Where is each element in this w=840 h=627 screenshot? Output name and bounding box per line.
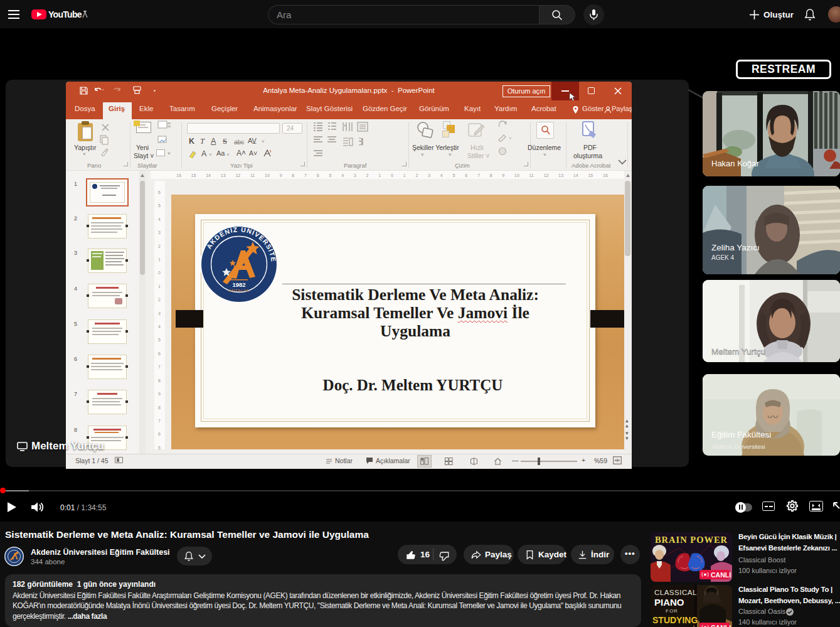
- svg-text:CANLI: CANLI: [711, 571, 731, 579]
- svg-text:STUDYING: STUDYING: [652, 615, 698, 625]
- svg-text:PIANO: PIANO: [654, 597, 684, 608]
- svg-text:Akdeniz Üniversitesi: Akdeniz Üniversitesi: [711, 443, 765, 450]
- svg-text:FOR: FOR: [666, 608, 678, 614]
- svg-text:Meltem Yurtçu: Meltem Yurtçu: [711, 347, 765, 356]
- svg-text:AGEK 4: AGEK 4: [711, 254, 735, 261]
- svg-text:BRAIN POWER: BRAIN POWER: [655, 535, 728, 545]
- svg-text:CANLI: CANLI: [711, 624, 731, 627]
- svg-text:CLASSICAL: CLASSICAL: [654, 589, 697, 596]
- svg-text:Hakan Koğar: Hakan Koğar: [711, 159, 760, 168]
- svg-text:Zeliha Yazıcı: Zeliha Yazıcı: [711, 243, 760, 252]
- svg-text:Eğitim Fakültesi: Eğitim Fakültesi: [711, 430, 771, 439]
